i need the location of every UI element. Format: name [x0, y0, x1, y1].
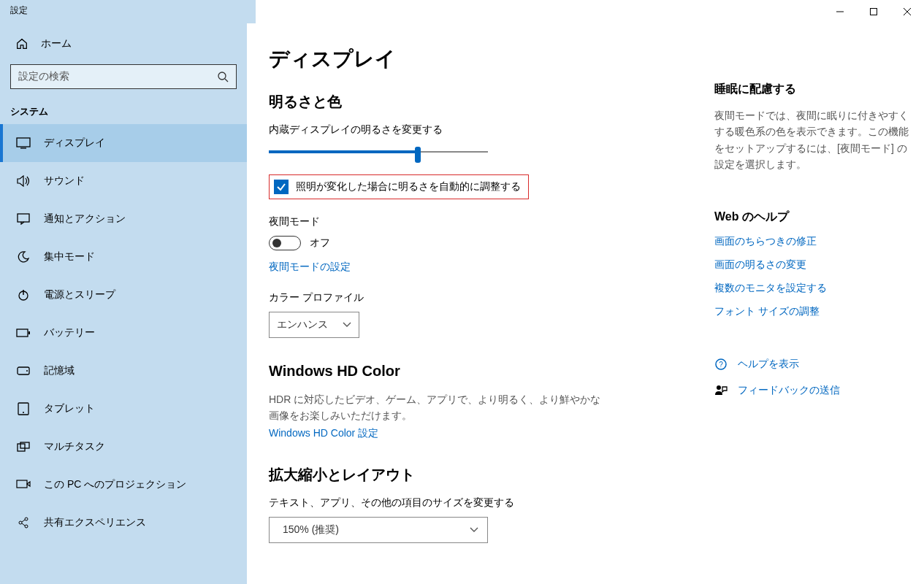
sidebar-item-tablet[interactable]: タブレット [0, 390, 247, 428]
auto-brightness-row[interactable]: 照明が変化した場合に明るさを自動的に調整する [269, 174, 529, 199]
sidebar-item-label: 通知とアクション [44, 212, 126, 226]
brightness-slider[interactable] [269, 144, 488, 161]
scale-label: テキスト、アプリ、その他の項目のサイズを変更する [269, 496, 707, 510]
night-mode-toggle[interactable] [269, 236, 301, 250]
svg-point-27 [717, 385, 721, 390]
main-column: ディスプレイ 明るさと色 内蔵ディスプレイの明るさを変更する 照明が変化した場合… [269, 45, 707, 584]
sound-icon [16, 175, 31, 187]
power-icon [16, 289, 31, 301]
home-label: ホーム [41, 37, 72, 50]
night-mode-label: 夜間モード [269, 215, 707, 228]
home-icon [15, 37, 29, 50]
storage-icon [16, 366, 31, 375]
night-mode-settings-link[interactable]: 夜間モードの設定 [269, 261, 707, 274]
feedback-link[interactable]: フィードバックの送信 [738, 384, 840, 397]
color-profile-select[interactable]: エンハンス [269, 312, 359, 338]
sidebar-item-label: この PC へのプロジェクション [44, 478, 186, 491]
titlebar: 設定 [0, 0, 924, 23]
battery-icon [16, 328, 31, 337]
tablet-icon [16, 402, 31, 415]
night-mode-toggle-row: オフ [269, 236, 707, 250]
sleep-heading: 睡眠に配慮する [714, 82, 912, 97]
svg-point-14 [26, 370, 28, 372]
maximize-icon [870, 8, 877, 15]
webhelp-link-flicker[interactable]: 画面のちらつきの修正 [714, 235, 912, 248]
svg-point-4 [218, 72, 226, 80]
search-placeholder: 設定の検索 [18, 70, 69, 83]
sidebar-item-display[interactable]: ディスプレイ [0, 124, 247, 162]
sidebar-item-notifications[interactable]: 通知とアクション [0, 200, 247, 238]
sidebar-item-label: タブレット [44, 402, 95, 415]
home-button[interactable]: ホーム [0, 28, 247, 60]
color-profile-value: エンハンス [277, 318, 328, 331]
slider-thumb[interactable] [415, 147, 421, 163]
content: ディスプレイ 明るさと色 内蔵ディスプレイの明るさを変更する 照明が変化した場合… [247, 23, 924, 584]
svg-rect-6 [17, 138, 30, 147]
webhelp-link-brightness[interactable]: 画面の明るさの変更 [714, 258, 912, 272]
search-input[interactable]: 設定の検索 [10, 64, 237, 89]
brightness-heading: 明るさと色 [269, 92, 707, 112]
webhelp-link-multimonitor[interactable]: 複数のモニタを設定する [714, 282, 912, 295]
svg-line-23 [22, 520, 25, 522]
brightness-slider-label: 内蔵ディスプレイの明るさを変更する [269, 123, 707, 137]
minimize-button[interactable] [823, 0, 857, 23]
sidebar-item-shared[interactable]: 共有エクスペリエンス [0, 504, 247, 542]
moon-icon [16, 251, 31, 263]
chevron-down-icon [343, 322, 351, 328]
sidebar-item-label: 共有エクスペリエンス [44, 516, 146, 529]
get-help-row[interactable]: ? ヘルプを表示 [714, 358, 912, 371]
sidebar-item-label: 電源とスリープ [44, 288, 115, 301]
hdcolor-settings-link[interactable]: Windows HD Color 設定 [269, 427, 707, 440]
sidebar-item-label: マルチタスク [44, 440, 105, 453]
scale-value: 150% (推奨) [283, 523, 339, 537]
sidebar-item-focus[interactable]: 集中モード [0, 238, 247, 276]
sidebar-item-label: サウンド [44, 174, 85, 188]
svg-rect-17 [18, 444, 25, 451]
night-mode-state: オフ [310, 237, 330, 250]
scale-select[interactable]: 150% (推奨) [269, 517, 488, 543]
multitask-icon [16, 442, 31, 452]
svg-rect-11 [17, 329, 28, 337]
get-help-link[interactable]: ヘルプを表示 [738, 358, 799, 371]
svg-text:?: ? [719, 361, 723, 369]
svg-rect-12 [28, 331, 30, 334]
sidebar-item-sound[interactable]: サウンド [0, 162, 247, 200]
sleep-desc: 夜間モードでは、夜間に眠りに付きやすくする暖色系の色を表示できます。この機能をセ… [714, 107, 912, 173]
share-icon [16, 517, 31, 529]
svg-rect-8 [18, 214, 29, 222]
toggle-knob [272, 239, 281, 247]
check-icon [276, 182, 286, 192]
sidebar-item-battery[interactable]: バッテリー [0, 314, 247, 352]
webhelp-link-fontsize[interactable]: フォント サイズの調整 [714, 305, 912, 318]
sidebar-item-multitask[interactable]: マルチタスク [0, 428, 247, 466]
sidebar-item-power[interactable]: 電源とスリープ [0, 276, 247, 314]
hdcolor-desc: HDR に対応したビデオ、ゲーム、アプリで、より明るく、より鮮やかな画像をお楽し… [269, 391, 605, 424]
slider-fill [269, 150, 418, 153]
sidebar: ホーム 設定の検索 システム ディスプレイ サウンド [0, 23, 247, 584]
sidebar-item-storage[interactable]: 記憶域 [0, 352, 247, 390]
display-icon [16, 137, 31, 149]
auto-brightness-label: 照明が変化した場合に明るさを自動的に調整する [296, 180, 521, 193]
sidebar-item-label: 記憶域 [44, 364, 75, 377]
scale-heading: 拡大縮小とレイアウト [269, 465, 707, 485]
feedback-row[interactable]: フィードバックの送信 [714, 384, 912, 397]
search-icon [217, 71, 229, 82]
svg-point-16 [23, 412, 24, 413]
svg-point-20 [19, 521, 22, 524]
aside-column: 睡眠に配慮する 夜間モードでは、夜間に眠りに付きやすくする暖色系の色を表示できま… [714, 45, 912, 584]
auto-brightness-checkbox[interactable] [274, 180, 289, 194]
search-wrap: 設定の検索 [0, 60, 247, 99]
page-title: ディスプレイ [269, 45, 707, 73]
sidebar-item-projection[interactable]: この PC へのプロジェクション [0, 466, 247, 504]
close-button[interactable] [890, 0, 924, 23]
minimize-icon [836, 8, 844, 15]
maximize-button[interactable] [857, 0, 890, 23]
feedback-icon [714, 384, 728, 397]
svg-line-5 [225, 79, 228, 82]
shell: ホーム 設定の検索 システム ディスプレイ サウンド [0, 23, 924, 584]
app-title: 設定 [0, 0, 256, 23]
sidebar-item-label: 集中モード [44, 250, 95, 264]
category-header: システム [0, 99, 247, 124]
brightness-section: 明るさと色 内蔵ディスプレイの明るさを変更する 照明が変化した場合に明るさを自動… [269, 92, 707, 338]
svg-line-24 [22, 523, 25, 526]
